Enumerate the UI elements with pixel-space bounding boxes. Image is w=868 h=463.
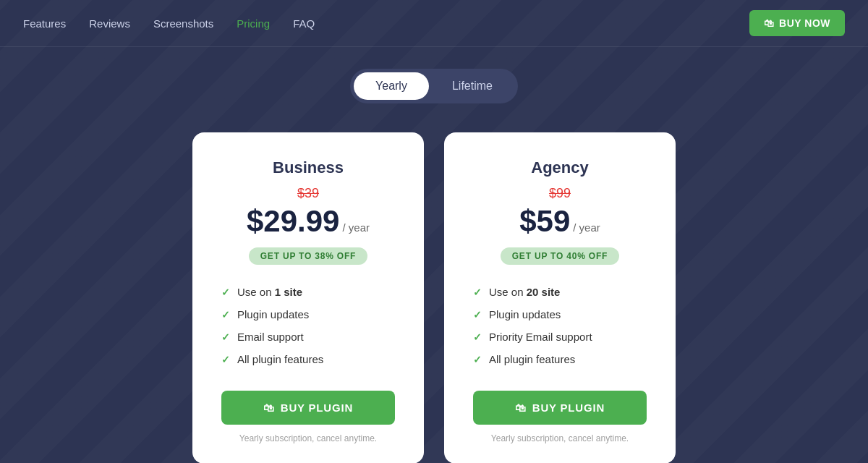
check-icon: ✓: [473, 286, 482, 298]
business-price-row: $29.99 / year: [247, 204, 370, 239]
check-icon: ✓: [473, 309, 482, 320]
business-original-price: $39: [297, 186, 319, 201]
buy-now-label: BUY NOW: [779, 17, 830, 29]
nav-links: Features Reviews Screenshots Pricing FAQ: [23, 17, 749, 30]
agency-period: / year: [573, 221, 600, 234]
agency-cancel-text: Yearly subscription, cancel anytime.: [491, 433, 629, 443]
check-icon: ✓: [221, 331, 230, 343]
business-discount: GET UP TO 38% OFF: [249, 247, 368, 265]
toggle-container: Yearly Lifetime: [350, 69, 518, 103]
nav-pricing[interactable]: Pricing: [237, 17, 270, 30]
list-item: ✓ Email support: [221, 326, 395, 348]
billing-toggle-section: Yearly Lifetime: [0, 47, 868, 118]
agency-title: Agency: [531, 158, 588, 177]
list-item: ✓ Plugin updates: [221, 303, 395, 326]
agency-price-row: $59 / year: [519, 204, 600, 239]
buy-now-button[interactable]: 🛍 BUY NOW: [749, 10, 845, 36]
business-features: ✓ Use on 1 site ✓ Plugin updates ✓ Email…: [221, 281, 395, 370]
cart-icon: 🛍: [764, 17, 775, 29]
list-item: ✓ Use on 1 site: [221, 281, 395, 303]
feature-text: Priority Email support: [489, 331, 592, 343]
business-buy-button[interactable]: 🛍 BUY PLUGIN: [221, 391, 395, 425]
nav-reviews[interactable]: Reviews: [89, 17, 130, 30]
buy-plugin-label: BUY PLUGIN: [281, 402, 353, 414]
list-item: ✓ Plugin updates: [473, 303, 647, 326]
agency-original-price: $99: [549, 186, 571, 201]
feature-text: Email support: [237, 331, 304, 343]
nav-features[interactable]: Features: [23, 17, 66, 30]
toggle-yearly[interactable]: Yearly: [354, 72, 429, 100]
business-cancel-text: Yearly subscription, cancel anytime.: [239, 433, 377, 443]
bag-icon: 🛍: [515, 402, 527, 414]
list-item: ✓ Priority Email support: [473, 326, 647, 348]
bag-icon: 🛍: [263, 402, 275, 414]
toggle-lifetime[interactable]: Lifetime: [430, 72, 514, 100]
feature-text: All plugin features: [489, 353, 575, 365]
business-card: Business $39 $29.99 / year GET UP TO 38%…: [192, 132, 424, 463]
check-icon: ✓: [221, 354, 230, 365]
business-period: / year: [342, 221, 370, 234]
agency-card: Agency $99 $59 / year GET UP TO 40% OFF …: [444, 132, 676, 463]
feature-text: All plugin features: [237, 353, 323, 365]
business-price: $29.99: [247, 204, 339, 239]
agency-buy-button[interactable]: 🛍 BUY PLUGIN: [473, 391, 647, 425]
nav-screenshots[interactable]: Screenshots: [153, 17, 213, 30]
list-item: ✓ All plugin features: [221, 348, 395, 370]
feature-text: Plugin updates: [489, 308, 561, 320]
check-icon: ✓: [221, 309, 230, 320]
agency-discount: GET UP TO 40% OFF: [501, 247, 620, 265]
check-icon: ✓: [473, 354, 482, 365]
check-icon: ✓: [473, 331, 482, 343]
agency-features: ✓ Use on 20 site ✓ Plugin updates ✓ Prio…: [473, 281, 647, 370]
pricing-cards: Business $39 $29.99 / year GET UP TO 38%…: [0, 118, 868, 463]
feature-text: Plugin updates: [237, 308, 309, 320]
buy-plugin-label: BUY PLUGIN: [532, 402, 605, 414]
business-title: Business: [273, 158, 344, 177]
agency-price: $59: [519, 204, 570, 239]
list-item: ✓ Use on 20 site: [473, 281, 647, 303]
check-icon: ✓: [221, 286, 230, 298]
nav-faq[interactable]: FAQ: [293, 17, 315, 30]
list-item: ✓ All plugin features: [473, 348, 647, 370]
navigation: Features Reviews Screenshots Pricing FAQ…: [0, 0, 868, 47]
